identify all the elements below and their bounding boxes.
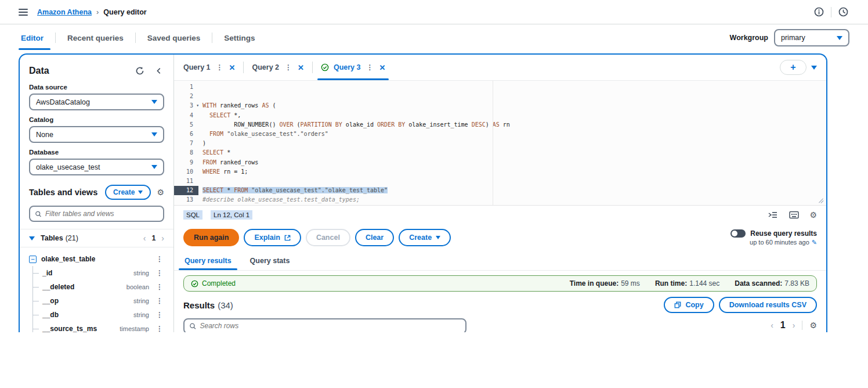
tab-recent-queries[interactable]: Recent queries [56,24,135,51]
code-line[interactable]: FROM "olake_usecase_test"."orders" [202,130,826,139]
query-tab-3[interactable]: Query 3 ⋮ ✕ [313,55,393,80]
tree-column-row[interactable]: __dbstring⋮ [33,308,164,322]
kebab-menu-icon[interactable]: ⋮ [155,297,164,305]
refresh-icon[interactable] [134,65,146,77]
download-results-csv-button[interactable]: Download results CSV [719,297,817,313]
column-type: timestamp [120,325,149,332]
code-line[interactable] [202,177,826,186]
results-page-number[interactable]: 1 [780,320,786,330]
column-type: string [133,311,149,318]
kebab-menu-icon[interactable]: ⋮ [155,325,164,332]
code-line[interactable]: ROW_NUMBER() OVER (PARTITION BY olake_id… [202,120,826,130]
clock-icon[interactable] [837,6,849,18]
tree-column-row[interactable]: __deletedboolean⋮ [33,280,164,294]
tab-settings[interactable]: Settings [212,24,266,51]
create-button[interactable]: Create [105,185,151,200]
edit-pencil-icon[interactable]: ✎ [812,239,817,246]
query-tabs-bar: Query 1 ⋮ ✕ Query 2 ⋮ ✕ Query 3 ⋮ ✕ + [174,55,826,81]
keyboard-shortcuts-icon[interactable] [788,210,800,220]
results-page-next-icon[interactable]: › [793,321,795,329]
clear-button[interactable]: Clear [355,229,394,246]
code-line[interactable]: ) [202,139,826,148]
editor-settings-icon[interactable]: ⚙ [809,211,817,219]
editor-resize-handle[interactable] [818,197,824,203]
page-tabs-row: Editor Recent queries Saved queries Sett… [0,24,868,51]
tab-query-stats[interactable]: Query stats [241,251,299,270]
tab-query-results[interactable]: Query results [175,251,241,270]
kebab-menu-icon[interactable]: ⋮ [284,63,293,71]
tab-editor[interactable]: Editor [19,24,55,51]
code-lines[interactable]: WITH ranked_rows AS ( SELECT *, ROW_NUMB… [198,81,826,205]
data-scanned-stat: Data scanned:7.83 KB [735,279,809,288]
section-expand-icon[interactable] [29,236,35,240]
external-link-icon [284,235,291,241]
code-line[interactable]: WITH ranked_rows AS ( [202,101,826,110]
gear-icon[interactable]: ⚙ [157,188,164,196]
breadcrumb-amazon-athena-link[interactable]: Amazon Athena [37,8,92,16]
close-icon[interactable]: ✕ [298,63,304,72]
tree-table-row[interactable]: −olake_test_table⋮ [29,252,164,266]
explain-button[interactable]: Explain [244,229,301,246]
tables-label: Tables [41,234,63,242]
query-tab-2[interactable]: Query 2 ⋮ ✕ [244,55,312,80]
tree-column-row[interactable]: __opstring⋮ [33,294,164,308]
collapse-panel-icon[interactable] [154,66,164,76]
kebab-menu-icon[interactable]: ⋮ [366,63,375,71]
search-rows-box[interactable] [183,318,466,333]
kebab-menu-icon[interactable]: ⋮ [155,255,164,263]
tables-count: (21) [66,234,78,242]
kebab-menu-icon[interactable]: ⋮ [155,311,164,319]
code-line[interactable]: SELECT *, [202,111,826,120]
code-line[interactable]: #describe olake_usecase_test.test_data_t… [202,195,826,204]
pager-divider [802,321,802,330]
fold-arrow-icon[interactable]: ▾ [196,101,199,110]
format-code-icon[interactable] [767,210,779,220]
results-page-previous-icon[interactable]: ‹ [771,321,773,329]
column-name: __op [42,297,59,305]
code-line[interactable] [202,92,826,101]
filter-tables-input[interactable] [45,210,158,218]
cancel-button[interactable]: Cancel [306,229,350,246]
tab-saved-queries[interactable]: Saved queries [136,24,212,51]
collapse-node-icon[interactable]: − [29,256,37,263]
hamburger-menu-icon[interactable] [19,9,28,16]
catalog-select[interactable]: None [29,126,164,143]
database-label: Database [29,149,164,156]
data-source-select[interactable]: AwsDataCatalog [29,94,164,110]
query-tab-1[interactable]: Query 1 ⋮ ✕ [175,55,243,80]
close-icon[interactable]: ✕ [379,63,386,72]
tree-column-row[interactable]: __source_ts_mstimestamp⋮ [33,322,164,332]
results-preferences-icon[interactable]: ⚙ [809,321,817,329]
close-icon[interactable]: ✕ [229,63,236,72]
search-icon [35,210,42,218]
info-icon[interactable] [813,6,825,18]
data-source-label: Data source [29,84,164,91]
create-query-button[interactable]: Create [399,229,451,246]
run-again-button[interactable]: Run again [183,229,239,246]
tab-list-dropdown-icon[interactable] [811,66,817,70]
code-line[interactable]: FROM ranked_rows [202,158,826,167]
database-select[interactable]: olake_usecase_test [29,159,164,175]
catalog-label: Catalog [29,116,164,123]
filter-tables-search[interactable] [29,206,164,222]
search-rows-input[interactable] [200,322,461,330]
code-line[interactable]: SELECT * FROM "olake_usecase_test"."olak… [202,186,826,195]
page-next-icon[interactable]: › [161,234,164,242]
kebab-menu-icon[interactable]: ⋮ [155,269,164,277]
page-previous-icon[interactable]: ‹ [143,234,146,242]
chevron-down-icon [151,132,157,136]
new-query-tab-button[interactable]: + [780,60,806,75]
kebab-menu-icon[interactable]: ⋮ [215,63,225,71]
reuse-results-toggle[interactable] [730,229,746,238]
catalog-field: Catalog None [29,116,164,143]
tree-column-row[interactable]: _idstring⋮ [33,266,164,280]
workgroup-select[interactable]: primary [774,29,849,46]
code-line[interactable]: SELECT * [202,148,826,157]
tables-count-row: Tables (21) ‹ 1 › [20,229,173,247]
code-line[interactable] [202,82,826,92]
code-line[interactable]: WHERE rn = 1; [202,167,826,177]
copy-button[interactable]: Copy [664,297,714,313]
page-number[interactable]: 1 [151,234,155,242]
sql-code-editor[interactable]: 123▾45678910111213 WITH ranked_rows AS (… [174,81,826,205]
kebab-menu-icon[interactable]: ⋮ [155,283,164,291]
